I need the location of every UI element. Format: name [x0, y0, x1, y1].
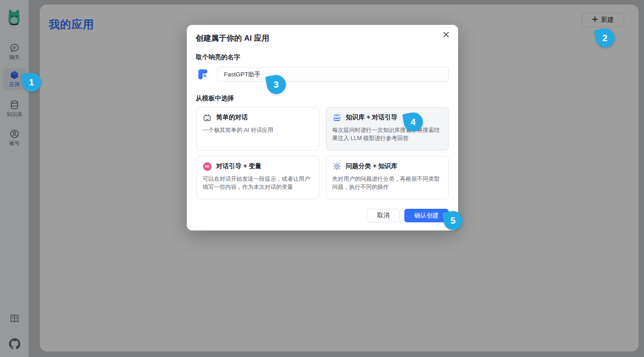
template-title: 简单的对话 [216, 113, 248, 122]
template-card-kb-dialog-guide[interactable]: 知识库 + 对话引导 每次提问时进行一次知识库搜索，将搜索结果注入 LLM 模型… [326, 107, 449, 150]
template-description: 每次提问时进行一次知识库搜索，将搜索结果注入 LLM 模型进行参考回答 [332, 126, 443, 142]
cancel-button[interactable]: 取消 [367, 209, 400, 222]
template-description: 先对用户的问题进行分类，再根据不同类型问题，执行不同的操作 [332, 175, 443, 191]
modal-footer: 取消 确认创建 [367, 209, 449, 222]
template-section-label: 从模板中选择 [196, 94, 234, 103]
modal-close-button[interactable] [440, 29, 452, 41]
app-name-input[interactable] [217, 67, 449, 82]
robot-icon [203, 113, 212, 122]
name-field-label: 取个响亮的名字 [196, 53, 240, 61]
template-description: 一个极其简单的 AI 对话应用 [203, 126, 313, 134]
hi-badge-icon: Hi [203, 162, 212, 171]
template-description: 可以在对话开始发送一段提示，或者让用户填写一些内容，作为本次对话的变量 [203, 175, 313, 191]
template-title: 问题分类 + 知识库 [346, 162, 398, 170]
template-title: 知识库 + 对话引导 [346, 113, 398, 122]
template-card-guide-variables[interactable]: Hi 对话引导 + 变量 可以在对话开始发送一段提示，或者让用户填写一些内容，作… [196, 156, 319, 199]
template-card-simple-chat[interactable]: 简单的对话 一个极其简单的 AI 对话应用 [196, 107, 319, 150]
confirm-create-button[interactable]: 确认创建 [404, 209, 449, 222]
template-card-classify-kb[interactable]: 问题分类 + 知识库 先对用户的问题进行分类，再根据不同类型问题，执行不同的操作 [326, 156, 449, 199]
close-icon [443, 31, 449, 39]
database-icon [332, 113, 341, 122]
app-avatar-fastgpt-logo[interactable] [197, 68, 209, 80]
template-title: 对话引导 + 变量 [216, 162, 261, 170]
bulb-icon [332, 162, 341, 171]
modal-title: 创建属于你的 AI 应用 [196, 33, 269, 43]
